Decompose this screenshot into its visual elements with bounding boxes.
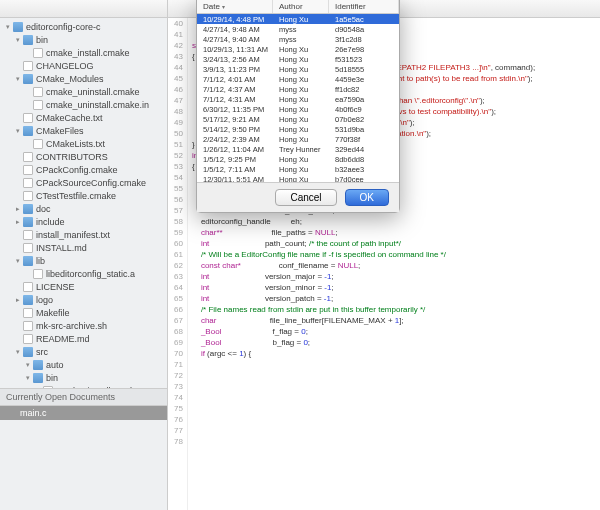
folder-row[interactable]: ▸doc — [0, 202, 167, 215]
col-header-author[interactable]: Author — [273, 0, 329, 13]
tree-label: src — [36, 347, 48, 357]
file-row[interactable]: mk-src-archive.sh — [0, 319, 167, 332]
file-row[interactable]: CPackSourceConfig.cmake — [0, 176, 167, 189]
folder-row[interactable]: ▾editorconfig-core-c — [0, 20, 167, 33]
tree-label: CMake_Modules — [36, 74, 104, 84]
tree-label: cmake_install.cmake — [56, 386, 140, 389]
history-row[interactable]: 4/27/14, 9:40 AMmyss3f1c2d8 — [197, 34, 399, 44]
file-row[interactable]: CTestTestfile.cmake — [0, 189, 167, 202]
sidebar-toolbar — [0, 0, 167, 18]
dialog-header-row: Date▾ Author Identifier — [197, 0, 399, 14]
file-row[interactable]: Makefile — [0, 306, 167, 319]
tree-label: mk-src-archive.sh — [36, 321, 107, 331]
file-row[interactable]: cmake_uninstall.cmake — [0, 85, 167, 98]
history-row[interactable]: 6/30/12, 11:35 PMHong Xu4b0f6c9 — [197, 104, 399, 114]
file-row[interactable]: libeditorconfig_static.a — [0, 267, 167, 280]
open-doc-row[interactable]: main.c — [0, 406, 167, 420]
file-tree[interactable]: ▾editorconfig-core-c▾bincmake_install.cm… — [0, 18, 167, 388]
folder-row[interactable]: ▾auto — [0, 358, 167, 371]
folder-icon — [33, 360, 43, 370]
file-icon — [33, 269, 43, 279]
folder-row[interactable]: ▸include — [0, 215, 167, 228]
disclosure-icon — [14, 322, 21, 329]
file-row[interactable]: install_manifest.txt — [0, 228, 167, 241]
disclosure-icon — [34, 387, 41, 388]
ok-button[interactable]: OK — [345, 189, 389, 206]
history-row[interactable]: 1/5/12, 7:11 AMHong Xub32aee3 — [197, 164, 399, 174]
disclosure-icon — [14, 179, 21, 186]
tree-label: CPackSourceConfig.cmake — [36, 178, 146, 188]
col-header-date[interactable]: Date▾ — [197, 0, 273, 13]
folder-row[interactable]: ▾bin — [0, 371, 167, 384]
file-row[interactable]: cmake_install.cmake — [0, 46, 167, 59]
tree-label: CMakeCache.txt — [36, 113, 103, 123]
history-row[interactable]: 2/24/12, 2:39 AMHong Xu770f38f — [197, 134, 399, 144]
disclosure-icon — [24, 88, 31, 95]
disclosure-icon — [14, 166, 21, 173]
file-row[interactable]: CHANGELOG — [0, 59, 167, 72]
tree-label: auto — [46, 360, 64, 370]
col-header-identifier[interactable]: Identifier — [329, 0, 399, 13]
folder-row[interactable]: ▾CMake_Modules — [0, 72, 167, 85]
history-row[interactable]: 10/29/13, 11:31 AMHong Xu26e7e98 — [197, 44, 399, 54]
disclosure-icon: ▾ — [14, 127, 21, 134]
cancel-button[interactable]: Cancel — [275, 189, 336, 206]
open-docs-list: main.c — [0, 406, 167, 420]
folder-icon — [23, 295, 33, 305]
file-tree-sidebar: ▾editorconfig-core-c▾bincmake_install.cm… — [0, 0, 168, 510]
file-icon — [33, 48, 43, 58]
history-row[interactable]: 12/30/11, 5:51 AMHong Xub7d0cee — [197, 174, 399, 182]
tree-label: README.md — [36, 334, 90, 344]
folder-icon — [13, 22, 23, 32]
history-row[interactable]: 4/27/14, 9:48 AMmyssd90548a — [197, 24, 399, 34]
disclosure-icon: ▾ — [14, 257, 21, 264]
file-icon — [23, 113, 33, 123]
file-row[interactable]: README.md — [0, 332, 167, 345]
history-row[interactable]: 1/26/12, 11:04 AMTrey Hunner329ed44 — [197, 144, 399, 154]
folder-icon — [23, 74, 33, 84]
history-list[interactable]: 10/29/14, 4:48 PMHong Xu1a5e5ac4/27/14, … — [197, 14, 399, 182]
folder-row[interactable]: ▾src — [0, 345, 167, 358]
file-row[interactable]: CMakeCache.txt — [0, 111, 167, 124]
disclosure-icon: ▸ — [14, 205, 21, 212]
tree-label: CPackConfig.cmake — [36, 165, 118, 175]
tree-label: CTestTestfile.cmake — [36, 191, 116, 201]
file-row[interactable]: CPackConfig.cmake — [0, 163, 167, 176]
history-row[interactable]: 7/1/12, 4:31 AMHong Xuea7590a — [197, 94, 399, 104]
history-row[interactable]: 7/1/12, 4:01 AMHong Xu4459e3e — [197, 74, 399, 84]
tree-label: CMakeFiles — [36, 126, 84, 136]
history-row[interactable]: 5/14/12, 9:50 PMHong Xu531d9ba — [197, 124, 399, 134]
file-row[interactable]: LICENSE — [0, 280, 167, 293]
folder-row[interactable]: ▾bin — [0, 33, 167, 46]
tree-label: logo — [36, 295, 53, 305]
tree-label: CHANGELOG — [36, 61, 94, 71]
file-icon — [23, 191, 33, 201]
history-row[interactable]: 5/17/12, 9:21 AMHong Xu07b0e82 — [197, 114, 399, 124]
file-row[interactable]: INSTALL.md — [0, 241, 167, 254]
folder-icon — [23, 35, 33, 45]
tree-label: INSTALL.md — [36, 243, 87, 253]
tree-label: cmake_uninstall.cmake.in — [46, 100, 149, 110]
folder-row[interactable]: ▾lib — [0, 254, 167, 267]
history-row[interactable]: 10/29/14, 4:48 PMHong Xu1a5e5ac — [197, 14, 399, 24]
history-row[interactable]: 7/1/12, 4:37 AMHong Xuff1dc82 — [197, 84, 399, 94]
file-row[interactable]: CONTRIBUTORS — [0, 150, 167, 163]
file-icon — [23, 334, 33, 344]
disclosure-icon — [14, 244, 21, 251]
sort-icon: ▾ — [222, 3, 225, 10]
file-icon — [33, 139, 43, 149]
history-row[interactable]: 3/24/13, 2:56 AMHong Xuf531523 — [197, 54, 399, 64]
history-row[interactable]: 1/5/12, 9:25 PMHong Xu8db6dd8 — [197, 154, 399, 164]
file-icon — [23, 178, 33, 188]
disclosure-icon — [24, 101, 31, 108]
tree-label: editorconfig-core-c — [26, 22, 101, 32]
file-row[interactable]: CMakeLists.txt — [0, 137, 167, 150]
tree-label: LICENSE — [36, 282, 75, 292]
history-row[interactable]: 3/9/13, 11:23 PMHong Xu5d18555 — [197, 64, 399, 74]
folder-row[interactable]: ▸logo — [0, 293, 167, 306]
tree-label: cmake_uninstall.cmake — [46, 87, 140, 97]
disclosure-icon — [14, 335, 21, 342]
folder-row[interactable]: ▾CMakeFiles — [0, 124, 167, 137]
file-row[interactable]: cmake_uninstall.cmake.in — [0, 98, 167, 111]
disclosure-icon: ▾ — [4, 23, 11, 30]
